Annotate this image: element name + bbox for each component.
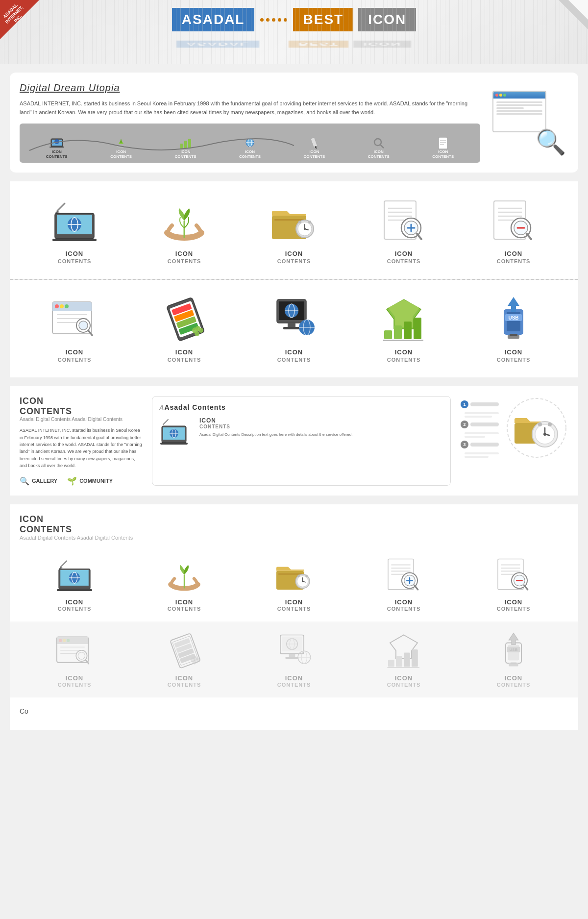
browser-window — [492, 91, 546, 132]
num-desc-3 — [465, 452, 499, 458]
info-link-community[interactable]: 🌱 COMMUNITY — [67, 476, 113, 486]
icon-item-doc-zoom-out[interactable]: ICON CONTENTS — [469, 196, 558, 264]
num-badge-3: 3 — [461, 441, 468, 448]
icon-item-outline-1[interactable]: ICON CONTENTS — [30, 631, 119, 688]
title-dot-5 — [284, 18, 287, 22]
icon-visual-small-5 — [494, 555, 533, 595]
title-best: BEST — [293, 8, 353, 31]
icon-sublabel-outline-2: CONTENTS — [168, 682, 201, 688]
svg-point-158 — [63, 639, 66, 642]
icon-item-phone-battery[interactable]: ICON CONTENTS — [140, 295, 228, 363]
icon-item-outline-2[interactable]: ICON CONTENTS — [140, 631, 228, 688]
section2-title: ICON CONTENTS — [20, 514, 568, 535]
icon-item-folder-alarm[interactable]: ICON CONTENTS — [250, 196, 338, 264]
icon-sublabel-3: CONTENTS — [277, 258, 311, 264]
icon-label-outline-3: ICON — [285, 674, 303, 682]
icon-sublabel-outline-1: CONTENTS — [58, 682, 92, 688]
svg-line-45 — [417, 234, 421, 239]
icon-item-small-3[interactable]: ICON CONTENTS — [250, 555, 338, 612]
icon-item-phone-globe[interactable]: ICON CONTENTS — [250, 295, 338, 363]
icon-item-filter-chart[interactable]: ICON CONTENTS — [360, 295, 448, 363]
icon-item-outline-4[interactable]: ICON CONTENTS — [360, 631, 448, 688]
svg-text:USB: USB — [510, 647, 518, 652]
icon-label-small-2: ICON — [175, 598, 194, 606]
intro-left: Digital Dream Utopia ASADAL INTERNET, IN… — [20, 82, 480, 163]
icon-visual-small-3 — [274, 555, 314, 595]
svg-point-175 — [196, 658, 199, 662]
browser-btn-green — [503, 94, 506, 97]
info-link-gallery[interactable]: 🔍 GALLERY — [20, 476, 57, 486]
asadal-sublabel: CONTENTS — [199, 424, 443, 429]
svg-point-134 — [302, 581, 303, 582]
svg-rect-23 — [52, 239, 97, 241]
icon-item-hands-plant[interactable]: ICON CONTENTS — [140, 196, 228, 264]
svg-point-34 — [308, 221, 311, 224]
info-section-left: ICON CONTENTS Asadal Digital Contents As… — [20, 396, 142, 485]
icon-grid-row1: ICON CONTENTS ICON CONTENTS — [10, 181, 578, 279]
icon-sublabel-small-5: CONTENTS — [497, 606, 531, 612]
icon-label-2: ICON — [175, 250, 194, 257]
icon-label-small-5: ICON — [505, 598, 523, 606]
icon-visual-outline-1 — [55, 631, 94, 671]
icon-visual-outline-5: USB — [494, 631, 533, 671]
svg-point-164 — [78, 652, 85, 659]
icon-visual-doc-zoom-out — [489, 196, 538, 245]
doc-zoom-out-svg — [489, 199, 538, 243]
svg-rect-83 — [283, 327, 300, 329]
numbered-item-2: 2 — [461, 421, 499, 428]
laptop-globe-svg-small — [55, 556, 94, 593]
intro-title: Digital Dream Utopia — [20, 82, 480, 94]
asadal-text-right: ICON CONTENTS Asadal Digital Contents De… — [199, 417, 443, 438]
svg-rect-92 — [414, 318, 421, 339]
icon-sublabel-5: CONTENTS — [497, 258, 531, 264]
browser-btn-yellow — [499, 94, 502, 97]
icon-item-small-2[interactable]: ICON CONTENTS — [140, 555, 228, 612]
icon-sublabel-6: CONTENTS — [58, 357, 92, 363]
laptop-globe-svg — [50, 199, 99, 243]
title-banner: ASADAL BEST ICON — [172, 8, 416, 31]
svg-point-159 — [67, 639, 70, 642]
icon-visual-browser-search — [50, 295, 99, 344]
svg-point-60 — [65, 304, 69, 308]
icon-sublabel-2: CONTENTS — [168, 258, 201, 264]
icon-sublabel-outline-3: CONTENTS — [277, 682, 311, 688]
svg-point-65 — [79, 321, 88, 330]
hands-plant-svg-small — [165, 556, 204, 593]
icon-item-doc-zoom-in[interactable]: ICON CONTENTS — [360, 196, 448, 264]
browser-line-2 — [496, 104, 542, 106]
svg-point-116 — [543, 433, 546, 436]
icon-visual-doc-zoom-in — [379, 196, 428, 245]
icon-label-small-1: ICON — [66, 598, 84, 606]
section2-subtitle: Asadal Digital Contents Asadal Digital C… — [20, 535, 568, 541]
info-subtitle: Asadal Digital Contents Asadal Digital C… — [20, 417, 142, 422]
svg-point-59 — [60, 304, 64, 308]
icon-sublabel-1: CONTENTS — [58, 258, 92, 264]
icon-item-small-4[interactable]: ICON CONTENTS — [360, 555, 448, 612]
icon-item-laptop-globe[interactable]: ICON CONTENTS — [30, 196, 119, 264]
svg-rect-187 — [388, 660, 394, 667]
icon-grid-row2: ICON CONTENTS ICON CONTENTS — [10, 280, 578, 377]
icon-label-10: ICON — [505, 348, 523, 356]
icon-visual-outline-4 — [384, 631, 423, 671]
icon-sublabel-4: CONTENTS — [387, 258, 421, 264]
svg-point-157 — [59, 639, 62, 642]
icon-item-outline-5[interactable]: USB ICON CONTENTS — [469, 631, 558, 688]
folder-alarm-svg-small — [274, 556, 314, 593]
svg-rect-197 — [511, 663, 517, 664]
icon-item-outline-3[interactable]: ICON CONTENTS — [250, 631, 338, 688]
icon-label-outline-2: ICON — [175, 674, 194, 682]
svg-line-153 — [524, 585, 528, 590]
icon-item-browser-search[interactable]: ICON CONTENTS — [30, 295, 119, 363]
usb-svg: USB — [489, 297, 538, 341]
icon-item-usb[interactable]: USB ICON CONTENTS — [469, 295, 558, 363]
header: ASADALINTERNET, INC. ASADAL BEST ICON AS… — [0, 0, 588, 64]
icon-label-8: ICON — [285, 348, 303, 356]
svg-rect-91 — [404, 322, 412, 339]
icon-item-small-5[interactable]: ICON CONTENTS — [469, 555, 558, 612]
asadal-label: ICON — [199, 417, 443, 424]
icon-item-small-1[interactable]: ICON CONTENTS — [30, 555, 119, 612]
svg-line-144 — [415, 585, 418, 590]
svg-line-123 — [61, 561, 67, 567]
info-links: 🔍 GALLERY 🌱 COMMUNITY — [20, 476, 142, 486]
svg-rect-127 — [278, 573, 302, 574]
